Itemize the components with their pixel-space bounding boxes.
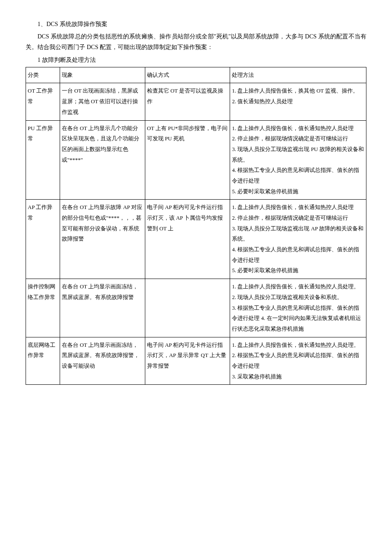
header-category: 分类 xyxy=(26,67,60,83)
cell-category: 底层网络工作异常 xyxy=(26,337,60,385)
table-row: PU 工作异常 在各台 OT 上均显示几个功能分区块呈现灰色，且这几个功能分区的… xyxy=(26,120,366,200)
cell-category: AP 工作异常 xyxy=(26,200,60,279)
cell-confirmation: 电子间 AP 柜内可见卡件运行指示灯灭，AP 显示异常 QT 上大量异常报警 xyxy=(145,337,230,385)
table-row: 底层网络工作异常 在各台 OT 上均显示画面冻结，黑屏或蓝屏。有系统故障报警，设… xyxy=(26,337,366,385)
fault-table: 分类 现象 确认方式 处理方法 OT 工作异常 一台 OT 出现画面冻结，黑屏或… xyxy=(26,67,366,385)
cell-category: PU 工作异常 xyxy=(26,120,60,200)
cell-handling: 1. 盘上操作人员报告值长，换其他 OT 监视、操作。2. 值长通知热控人员处理 xyxy=(230,83,366,120)
cell-handling: 1. 盘上操作人员报告值长，值长通知热控人员处理。2. 根据热工专业人员的意见和… xyxy=(230,337,366,385)
table-row: AP 工作异常 在各台 OT 上均显示故障 AP 对应的部分信号红色或"****… xyxy=(26,200,366,279)
cell-handling: 1. 盘上操作人员报告值长，值长通知热控人员处理。2. 现场人员按分工现场监视相… xyxy=(230,279,366,337)
cell-phenomenon: 在各台 OT 上均显示几个功能分区块呈现灰色，且这几个功能分区的画面上数据均显示… xyxy=(60,120,145,200)
header-confirmation: 确认方式 xyxy=(145,67,230,83)
cell-confirmation xyxy=(145,279,230,337)
cell-category: OT 工作异常 xyxy=(26,83,60,120)
table-row: 操作控制网络工作异常 在各台 OT 上均显示画面冻结，黑屏或蓝屏。有系统故障报警… xyxy=(26,279,366,337)
header-phenomenon: 现象 xyxy=(60,67,145,83)
cell-phenomenon: 在各台 OT 上均显示画面冻结，黑屏或蓝屏。有系统故障报警 xyxy=(60,279,145,337)
subheading-text: 1 故障判断及处理方法 xyxy=(26,55,366,65)
heading-text: 1、DCS 系统故障操作预案 xyxy=(26,19,366,29)
table-header-row: 分类 现象 确认方式 处理方法 xyxy=(26,67,366,83)
intro-paragraph: DCS 系统故障总的分类包括恶性的系统瘫痪、操作员站部分或全部"死机"以及局部系… xyxy=(26,31,366,52)
cell-phenomenon: 一台 OT 出现画面冻结，黑屏或蓝屏；其他 OT 依旧可以进行操作监视 xyxy=(60,83,145,120)
cell-confirmation: 检查其它 OT 是否可以监视及操作 xyxy=(145,83,230,120)
cell-handling: 1. 盘上操作人员报告值长，值长通知热控人员处理2. 停止操作，根据现场情况确定… xyxy=(230,120,366,200)
cell-confirmation: 电子间 AP 柜内可见卡件运行指示灯灭，该 AP 卜属信号均发报警到 OT 上 xyxy=(145,200,230,279)
header-handling: 处理方法 xyxy=(230,67,366,83)
table-row: OT 工作异常 一台 OT 出现画面冻结，黑屏或蓝屏；其他 OT 依旧可以进行操… xyxy=(26,83,366,120)
cell-phenomenon: 在各台 OT 上均显示故障 AP 对应的部分信号红色或"****，，，甚至可能有… xyxy=(60,200,145,279)
cell-phenomenon: 在各台 OT 上均显示画面冻结，黑屏或蓝屏。有系统故障报警，设备可能误动 xyxy=(60,337,145,385)
cell-handling: 1. 盘上操作人员报告值长，值长通知热控人员处理2. 停止操作，根据现场情况确定… xyxy=(230,200,366,279)
cell-confirmation: OT 上有 PU*非同步报警，电子间可发现 PU 死机 xyxy=(145,120,230,200)
cell-category: 操作控制网络工作异常 xyxy=(26,279,60,337)
